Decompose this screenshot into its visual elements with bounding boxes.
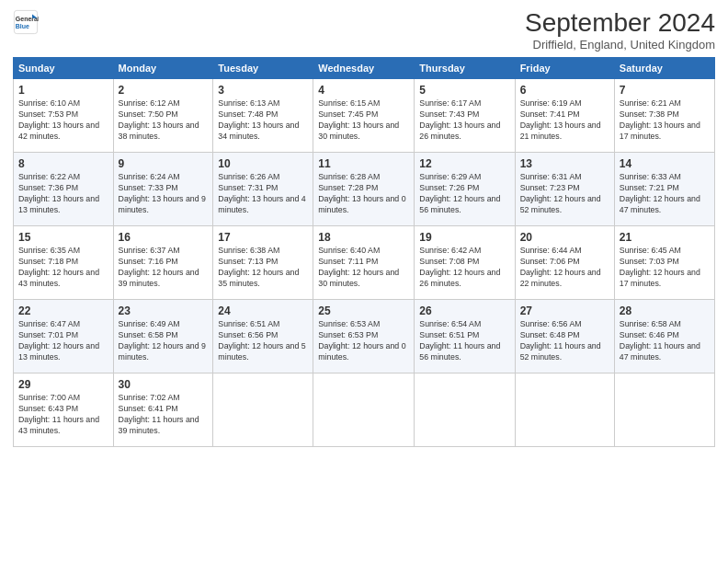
month-title: September 2024 <box>525 9 715 38</box>
day-info: Sunrise: 6:40 AMSunset: 7:11 PMDaylight:… <box>318 246 409 290</box>
day-number: 14 <box>620 156 710 171</box>
calendar-cell: 12Sunrise: 6:29 AMSunset: 7:26 PMDayligh… <box>415 152 515 225</box>
calendar-cell <box>213 373 313 446</box>
day-info: Sunrise: 6:19 AMSunset: 7:41 PMDaylight:… <box>520 98 609 143</box>
calendar-cell: 19Sunrise: 6:42 AMSunset: 7:08 PMDayligh… <box>415 225 515 299</box>
calendar-cell: 18Sunrise: 6:40 AMSunset: 7:11 PMDayligh… <box>313 225 415 299</box>
day-info: Sunrise: 6:58 AMSunset: 6:46 PMDaylight:… <box>620 319 710 363</box>
calendar-week-3: 15Sunrise: 6:35 AMSunset: 7:18 PMDayligh… <box>14 225 715 299</box>
day-number: 16 <box>119 230 209 245</box>
day-info: Sunrise: 6:49 AMSunset: 6:58 PMDaylight:… <box>119 319 209 363</box>
day-number: 9 <box>119 156 209 171</box>
day-info: Sunrise: 6:44 AMSunset: 7:06 PMDaylight:… <box>520 246 609 290</box>
col-wednesday: Wednesday <box>313 57 415 78</box>
svg-rect-0 <box>14 10 37 33</box>
calendar-cell: 29Sunrise: 7:00 AMSunset: 6:43 PMDayligh… <box>14 373 114 446</box>
calendar-cell: 9Sunrise: 6:24 AMSunset: 7:33 PMDaylight… <box>113 152 213 225</box>
day-info: Sunrise: 6:45 AMSunset: 7:03 PMDaylight:… <box>620 246 710 290</box>
svg-text:General: General <box>16 16 39 22</box>
calendar-cell: 15Sunrise: 6:35 AMSunset: 7:18 PMDayligh… <box>14 225 114 299</box>
col-tuesday: Tuesday <box>213 57 313 78</box>
calendar-cell: 7Sunrise: 6:21 AMSunset: 7:38 PMDaylight… <box>614 78 714 152</box>
calendar-cell: 30Sunrise: 7:02 AMSunset: 6:41 PMDayligh… <box>113 373 213 446</box>
svg-text:Blue: Blue <box>16 23 29 29</box>
calendar-cell: 8Sunrise: 6:22 AMSunset: 7:36 PMDaylight… <box>14 152 114 225</box>
day-info: Sunrise: 6:12 AMSunset: 7:50 PMDaylight:… <box>119 98 209 143</box>
location: Driffield, England, United Kingdom <box>525 38 715 52</box>
logo: General Blue <box>13 9 40 35</box>
calendar-cell: 3Sunrise: 6:13 AMSunset: 7:48 PMDaylight… <box>213 78 313 152</box>
calendar-cell <box>313 373 415 446</box>
day-number: 12 <box>419 156 509 171</box>
calendar-week-4: 22Sunrise: 6:47 AMSunset: 7:01 PMDayligh… <box>14 299 715 373</box>
calendar-cell: 5Sunrise: 6:17 AMSunset: 7:43 PMDaylight… <box>415 78 515 152</box>
calendar-week-2: 8Sunrise: 6:22 AMSunset: 7:36 PMDaylight… <box>14 152 715 225</box>
header: General Blue September 2024 Driffield, E… <box>13 9 715 52</box>
calendar-cell: 16Sunrise: 6:37 AMSunset: 7:16 PMDayligh… <box>113 225 213 299</box>
day-number: 27 <box>520 304 609 318</box>
calendar-cell: 26Sunrise: 6:54 AMSunset: 6:51 PMDayligh… <box>415 299 515 373</box>
col-monday: Monday <box>113 57 213 78</box>
day-number: 13 <box>520 156 609 171</box>
day-number: 30 <box>119 377 209 392</box>
day-number: 4 <box>318 83 409 98</box>
day-number: 26 <box>419 304 509 318</box>
day-info: Sunrise: 7:02 AMSunset: 6:41 PMDaylight:… <box>119 393 209 437</box>
day-info: Sunrise: 6:29 AMSunset: 7:26 PMDaylight:… <box>419 172 509 216</box>
calendar-cell: 6Sunrise: 6:19 AMSunset: 7:41 PMDaylight… <box>515 78 614 152</box>
day-info: Sunrise: 6:53 AMSunset: 6:53 PMDaylight:… <box>318 319 409 363</box>
day-info: Sunrise: 6:22 AMSunset: 7:36 PMDaylight:… <box>18 172 108 216</box>
col-saturday: Saturday <box>614 57 714 78</box>
day-number: 21 <box>620 230 710 245</box>
calendar-cell: 22Sunrise: 6:47 AMSunset: 7:01 PMDayligh… <box>14 299 114 373</box>
day-number: 3 <box>218 83 308 98</box>
calendar-cell: 2Sunrise: 6:12 AMSunset: 7:50 PMDaylight… <box>113 78 213 152</box>
logo-icon: General Blue <box>13 9 39 35</box>
day-info: Sunrise: 6:13 AMSunset: 7:48 PMDaylight:… <box>218 98 308 143</box>
day-number: 15 <box>18 230 108 245</box>
day-number: 7 <box>620 83 710 98</box>
calendar-cell <box>415 373 515 446</box>
day-info: Sunrise: 6:31 AMSunset: 7:23 PMDaylight:… <box>520 172 609 216</box>
day-info: Sunrise: 6:47 AMSunset: 7:01 PMDaylight:… <box>18 319 108 363</box>
title-block: September 2024 Driffield, England, Unite… <box>525 9 715 52</box>
day-number: 6 <box>520 83 609 98</box>
day-number: 5 <box>419 83 509 98</box>
day-info: Sunrise: 6:38 AMSunset: 7:13 PMDaylight:… <box>218 246 308 290</box>
day-number: 19 <box>419 230 509 245</box>
calendar-cell: 23Sunrise: 6:49 AMSunset: 6:58 PMDayligh… <box>113 299 213 373</box>
day-number: 22 <box>18 304 108 318</box>
col-friday: Friday <box>515 57 614 78</box>
header-row: Sunday Monday Tuesday Wednesday Thursday… <box>14 57 715 78</box>
calendar-week-1: 1Sunrise: 6:10 AMSunset: 7:53 PMDaylight… <box>14 78 715 152</box>
day-number: 17 <box>218 230 308 245</box>
calendar-cell: 27Sunrise: 6:56 AMSunset: 6:48 PMDayligh… <box>515 299 614 373</box>
calendar-cell: 21Sunrise: 6:45 AMSunset: 7:03 PMDayligh… <box>614 225 714 299</box>
calendar-week-5: 29Sunrise: 7:00 AMSunset: 6:43 PMDayligh… <box>14 373 715 446</box>
day-info: Sunrise: 6:37 AMSunset: 7:16 PMDaylight:… <box>119 246 209 290</box>
calendar-cell: 1Sunrise: 6:10 AMSunset: 7:53 PMDaylight… <box>14 78 114 152</box>
calendar-cell <box>515 373 614 446</box>
day-info: Sunrise: 6:21 AMSunset: 7:38 PMDaylight:… <box>620 98 710 143</box>
day-info: Sunrise: 7:00 AMSunset: 6:43 PMDaylight:… <box>18 393 108 437</box>
calendar-body: 1Sunrise: 6:10 AMSunset: 7:53 PMDaylight… <box>14 78 715 446</box>
day-info: Sunrise: 6:10 AMSunset: 7:53 PMDaylight:… <box>18 98 108 143</box>
calendar-header: Sunday Monday Tuesday Wednesday Thursday… <box>14 57 715 78</box>
calendar-page: General Blue September 2024 Driffield, E… <box>0 0 728 563</box>
calendar-cell: 4Sunrise: 6:15 AMSunset: 7:45 PMDaylight… <box>313 78 415 152</box>
calendar-cell: 17Sunrise: 6:38 AMSunset: 7:13 PMDayligh… <box>213 225 313 299</box>
calendar-cell: 20Sunrise: 6:44 AMSunset: 7:06 PMDayligh… <box>515 225 614 299</box>
day-number: 25 <box>318 304 409 318</box>
day-number: 24 <box>218 304 308 318</box>
calendar-cell: 14Sunrise: 6:33 AMSunset: 7:21 PMDayligh… <box>614 152 714 225</box>
calendar-cell <box>614 373 714 446</box>
calendar-cell: 10Sunrise: 6:26 AMSunset: 7:31 PMDayligh… <box>213 152 313 225</box>
day-number: 8 <box>18 156 108 171</box>
day-info: Sunrise: 6:54 AMSunset: 6:51 PMDaylight:… <box>419 319 509 363</box>
calendar-cell: 24Sunrise: 6:51 AMSunset: 6:56 PMDayligh… <box>213 299 313 373</box>
calendar-cell: 13Sunrise: 6:31 AMSunset: 7:23 PMDayligh… <box>515 152 614 225</box>
day-info: Sunrise: 6:33 AMSunset: 7:21 PMDaylight:… <box>620 172 710 216</box>
day-info: Sunrise: 6:42 AMSunset: 7:08 PMDaylight:… <box>419 246 509 290</box>
day-info: Sunrise: 6:15 AMSunset: 7:45 PMDaylight:… <box>318 98 409 143</box>
day-info: Sunrise: 6:28 AMSunset: 7:28 PMDaylight:… <box>318 172 409 216</box>
